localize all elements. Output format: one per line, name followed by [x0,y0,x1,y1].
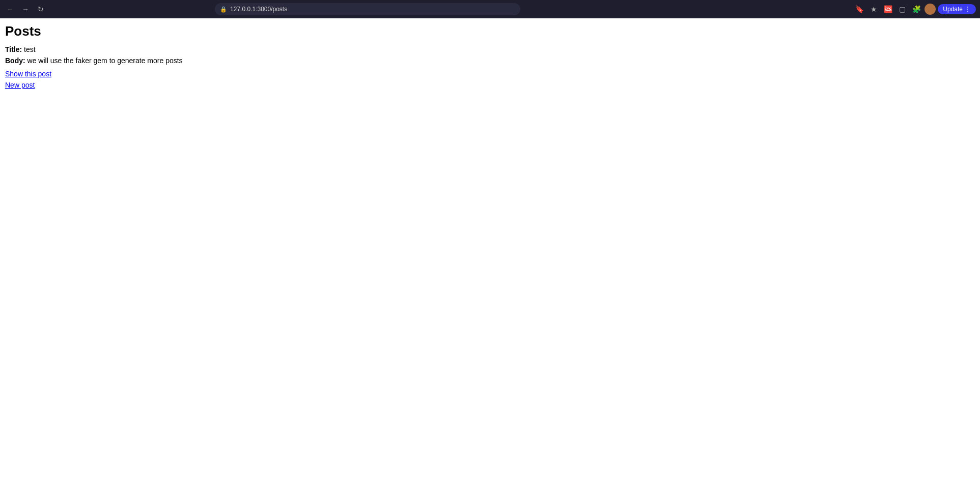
update-button[interactable]: Update ⋮ [938,4,976,14]
post-title-value: test [24,45,36,53]
forward-button[interactable]: → [19,3,32,15]
lock-icon: 🔒 [220,6,227,13]
browser-actions: 🔖 ★ 🆘 ▢ 🧩 Update ⋮ [853,3,976,15]
reload-button[interactable]: ↻ [35,3,47,15]
show-post-link[interactable]: Show this post [5,70,980,78]
post-body-value: we will use the faker gem to generate mo… [27,57,183,65]
address-bar: 🔒 127.0.0.1:3000/posts [215,3,520,15]
back-button[interactable]: ← [4,3,16,15]
post-links: Show this post New post [5,70,980,89]
page-title: Posts [5,23,980,39]
browser-chrome: ← → ↻ 🔒 127.0.0.1:3000/posts 🔖 ★ 🆘 ▢ 🧩 U… [0,0,980,18]
post-body-label: Body: [5,57,25,65]
post-title-label: Title: [5,45,22,53]
post-title-field: Title: test [5,45,980,53]
post-body-field: Body: we will use the faker gem to gener… [5,57,980,65]
tab-icon-btn[interactable]: ▢ [896,3,908,15]
avatar [925,4,936,15]
bookmark-icon-btn[interactable]: 🔖 [853,3,865,15]
puzzle-icon-btn[interactable]: 🧩 [910,3,922,15]
url-text: 127.0.0.1:3000/posts [230,6,287,13]
extension-icon-btn[interactable]: 🆘 [882,3,894,15]
update-chevron-icon: ⋮ [965,6,971,13]
star-icon-btn[interactable]: ★ [867,3,880,15]
new-post-link[interactable]: New post [5,81,980,89]
